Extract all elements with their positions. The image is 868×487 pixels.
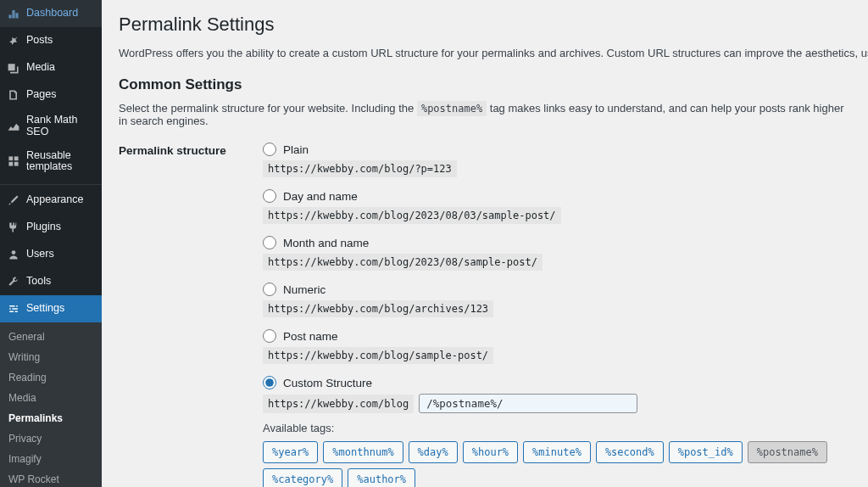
permalink-option-dayname: Day and namehttps://kwebby.com/blog/2023… — [263, 189, 851, 224]
tag-button-postname[interactable]: %postname% — [748, 441, 827, 463]
tag-button-year[interactable]: %year% — [263, 441, 318, 463]
pin-icon — [6, 33, 21, 48]
submenu-item-media[interactable]: Media — [0, 388, 102, 408]
blocks-icon — [6, 154, 21, 169]
chart-icon — [6, 119, 21, 134]
sidebar-item-label: Dashboard — [26, 8, 78, 20]
sidebar-item-plugins[interactable]: Plugins — [0, 214, 102, 241]
media-icon — [6, 60, 21, 76]
sidebar-item-dashboard[interactable]: Dashboard — [0, 0, 102, 27]
tag-button-day[interactable]: %day% — [409, 441, 458, 463]
permalink-radio-custom[interactable] — [263, 376, 276, 389]
tag-button-minute[interactable]: %minute% — [523, 441, 591, 463]
permalink-options: Plainhttps://kwebby.com/blog/?p=123Day a… — [263, 143, 851, 487]
available-tags-row: %year%%monthnum%%day%%hour%%minute%%seco… — [263, 441, 851, 487]
permalink-option-numeric: Numerichttps://kwebby.com/blog/archives/… — [263, 283, 851, 317]
common-settings-description: Select the permalink structure for your … — [119, 102, 851, 127]
admin-sidebar: DashboardPostsMediaPagesRank Math SEOReu… — [0, 0, 102, 487]
permalink-radio-postname[interactable] — [263, 329, 276, 343]
main-content: Permalink Settings WordPress offers you … — [102, 0, 868, 487]
svg-point-4 — [12, 250, 16, 255]
custom-prefix-code: https://kwebby.com/blog — [263, 395, 414, 413]
sidebar-item-label: Tools — [26, 276, 51, 288]
sidebar-item-reusable-templates[interactable]: Reusable templates — [0, 144, 102, 180]
permalink-example-code: https://kwebby.com/blog/2023/08/03/sampl… — [263, 207, 561, 224]
permalink-option-label[interactable]: Custom Structure — [283, 377, 372, 389]
sidebar-item-label: Plugins — [26, 221, 61, 233]
permalink-option-label[interactable]: Month and name — [283, 237, 369, 249]
tag-button-category[interactable]: %category% — [263, 468, 342, 487]
user-icon — [6, 247, 21, 262]
svg-rect-1 — [14, 157, 19, 161]
sidebar-item-pages[interactable]: Pages — [0, 81, 102, 109]
available-tags-label: Available tags: — [263, 422, 851, 434]
pages-icon — [6, 87, 21, 103]
sliders-icon — [6, 301, 21, 316]
submenu-item-permalinks[interactable]: Permalinks — [0, 408, 102, 428]
permalink-example-code: https://kwebby.com/blog/?p=123 — [263, 160, 457, 177]
menu-separator — [0, 181, 102, 185]
submenu-item-wp-rocket[interactable]: WP Rocket — [0, 469, 102, 487]
sidebar-item-label: Pages — [26, 89, 56, 101]
permalink-structure-label: Permalink structure — [119, 143, 263, 157]
settings-submenu: GeneralWritingReadingMediaPermalinksPriv… — [0, 322, 102, 487]
sidebar-item-media[interactable]: Media — [0, 54, 102, 81]
sidebar-item-label: Posts — [26, 35, 53, 47]
sidebar-item-label: Media — [26, 62, 55, 74]
wrench-icon — [6, 274, 21, 289]
tag-button-post_id[interactable]: %post_id% — [669, 441, 743, 463]
permalink-radio-monthname[interactable] — [263, 236, 276, 249]
permalink-radio-plain[interactable] — [263, 143, 276, 156]
permalink-option-label[interactable]: Day and name — [283, 190, 358, 203]
page-description: WordPress offers you the ability to crea… — [119, 46, 851, 61]
custom-structure-input[interactable] — [419, 394, 637, 413]
page-title: Permalink Settings — [119, 14, 851, 36]
submenu-item-imagify[interactable]: Imagify — [0, 449, 102, 469]
permalink-option-label[interactable]: Post name — [283, 330, 338, 343]
submenu-item-writing[interactable]: Writing — [0, 347, 102, 367]
sidebar-item-settings[interactable]: Settings — [0, 295, 102, 322]
brush-icon — [6, 193, 21, 208]
permalink-example-code: https://kwebby.com/blog/2023/08/sample-p… — [263, 254, 542, 271]
permalink-example-code: https://kwebby.com/blog/sample-post/ — [263, 347, 493, 364]
permalink-option-custom: Custom Structurehttps://kwebby.com/blogA… — [263, 376, 851, 487]
sidebar-item-rank-math-seo[interactable]: Rank Math SEO — [0, 109, 102, 144]
svg-rect-0 — [8, 157, 13, 161]
permalink-example-code: https://kwebby.com/blog/archives/123 — [263, 300, 493, 317]
sidebar-item-label: Users — [26, 249, 54, 260]
svg-rect-2 — [8, 162, 13, 166]
sidebar-item-label: Settings — [26, 303, 64, 315]
permalink-option-label[interactable]: Plain — [283, 143, 309, 156]
permalink-radio-numeric[interactable] — [263, 283, 276, 296]
common-settings-heading: Common Settings — [119, 76, 851, 93]
dashboard-icon — [6, 6, 21, 21]
sidebar-item-label: Appearance — [26, 194, 83, 206]
tag-button-second[interactable]: %second% — [596, 441, 664, 463]
tag-button-author[interactable]: %author% — [348, 468, 415, 487]
tag-button-hour[interactable]: %hour% — [463, 441, 518, 463]
sidebar-item-label: Rank Math SEO — [26, 115, 96, 138]
permalink-radio-dayname[interactable] — [263, 189, 276, 203]
svg-rect-3 — [14, 162, 19, 166]
permalink-option-monthname: Month and namehttps://kwebby.com/blog/20… — [263, 236, 851, 271]
sidebar-item-posts[interactable]: Posts — [0, 27, 102, 54]
submenu-item-privacy[interactable]: Privacy — [0, 428, 102, 449]
permalink-option-postname: Post namehttps://kwebby.com/blog/sample-… — [263, 329, 851, 364]
sidebar-item-users[interactable]: Users — [0, 241, 102, 268]
tag-button-monthnum[interactable]: %monthnum% — [323, 441, 403, 463]
plug-icon — [6, 220, 21, 235]
permalink-structure-row: Permalink structure Plainhttps://kwebby.… — [119, 143, 851, 487]
submenu-item-general[interactable]: General — [0, 327, 102, 347]
postname-tag-inline: %postname% — [417, 101, 487, 116]
permalink-option-label[interactable]: Numeric — [283, 283, 326, 296]
sidebar-item-tools[interactable]: Tools — [0, 268, 102, 295]
permalink-option-plain: Plainhttps://kwebby.com/blog/?p=123 — [263, 143, 851, 177]
sidebar-item-label: Reusable templates — [26, 150, 96, 174]
sidebar-item-appearance[interactable]: Appearance — [0, 187, 102, 214]
submenu-item-reading[interactable]: Reading — [0, 367, 102, 388]
